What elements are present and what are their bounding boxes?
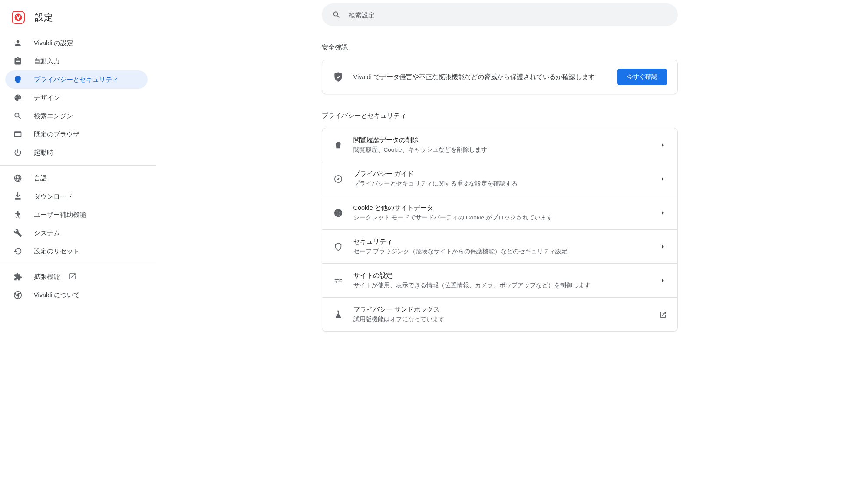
download-icon — [13, 192, 23, 201]
flask-icon — [333, 309, 344, 320]
privacy-card: 閲覧履歴データの削除 閲覧履歴、Cookie、キャッシュなどを削除します プライ… — [322, 128, 678, 332]
sidebar-item-label: 起動時 — [34, 149, 53, 157]
sidebar-item-design[interactable]: デザイン — [0, 89, 148, 107]
sidebar-item-about-vivaldi[interactable]: Vivaldi について — [0, 286, 148, 304]
open-in-new-icon — [69, 272, 76, 282]
search-icon — [13, 111, 23, 121]
row-title: セキュリティ — [353, 238, 650, 246]
sidebar-group-main: Vivaldi の設定 自動入力 プライバシーとセキュリティ デザイン 検索エン — [0, 34, 156, 166]
sidebar-header: 設定 — [0, 6, 156, 34]
chevron-right-icon — [659, 175, 667, 183]
svg-point-1 — [15, 14, 22, 21]
sidebar-item-download[interactable]: ダウンロード — [0, 187, 148, 206]
safety-section-header: 安全確認 — [322, 43, 678, 52]
shield-outline-icon — [333, 241, 344, 252]
safety-section: 安全確認 Vivaldi でデータ侵害や不正な拡張機能などの脅威から保護されてい… — [322, 43, 678, 94]
extension-icon — [13, 272, 23, 282]
sidebar-item-vivaldi-settings[interactable]: Vivaldi の設定 — [0, 34, 148, 52]
row-title: サイトの設定 — [353, 272, 650, 280]
row-title: Cookie と他のサイトデータ — [353, 204, 650, 212]
palette-icon — [13, 93, 23, 103]
sidebar-item-label: Vivaldi の設定 — [34, 39, 73, 47]
power-icon — [13, 148, 23, 157]
main: 安全確認 Vivaldi でデータ侵害や不正な拡張機能などの脅威から保護されてい… — [156, 0, 868, 481]
clipboard-icon — [13, 56, 23, 66]
row-title: プライバシー ガイド — [353, 170, 650, 178]
sidebar-item-search-engine[interactable]: 検索エンジン — [0, 107, 148, 125]
accessibility-icon — [13, 210, 23, 219]
compass-icon — [333, 173, 344, 185]
chrome-icon — [13, 290, 23, 300]
row-subtitle: 試用版機能はオフになっています — [353, 315, 650, 323]
svg-point-2 — [17, 211, 18, 212]
privacy-row-security[interactable]: セキュリティ セーフ ブラウジング（危険なサイトからの保護機能）などのセキュリテ… — [322, 229, 677, 263]
restore-icon — [13, 246, 23, 256]
row-subtitle: シークレット モードでサードパーティの Cookie がブロックされています — [353, 214, 650, 222]
privacy-row-sandbox[interactable]: プライバシー サンドボックス 試用版機能はオフになっています — [322, 297, 677, 331]
sidebar-item-language[interactable]: 言語 — [0, 169, 148, 187]
row-title: 閲覧履歴データの削除 — [353, 136, 650, 144]
page-title: 設定 — [35, 11, 53, 23]
privacy-section-header: プライバシーとセキュリティ — [322, 112, 678, 120]
privacy-row-site-settings[interactable]: サイトの設定 サイトが使用、表示できる情報（位置情報、カメラ、ポップアップなど）… — [322, 263, 677, 297]
privacy-section: プライバシーとセキュリティ 閲覧履歴データの削除 閲覧履歴、Cookie、キャッ… — [322, 112, 678, 332]
row-title: プライバシー サンドボックス — [353, 305, 650, 314]
row-subtitle: 閲覧履歴、Cookie、キャッシュなどを削除します — [353, 146, 650, 154]
search-icon — [332, 10, 341, 19]
safety-description: Vivaldi でデータ侵害や不正な拡張機能などの脅威から保護されているか確認し… — [353, 73, 608, 81]
cookie-icon — [333, 207, 344, 219]
shield-icon — [13, 75, 23, 84]
sidebar-item-default-browser[interactable]: 既定のブラウザ — [0, 125, 148, 143]
sidebar-item-startup[interactable]: 起動時 — [0, 143, 148, 162]
vivaldi-logo-icon — [11, 10, 25, 24]
search-input[interactable] — [349, 11, 667, 19]
sidebar-item-label: Vivaldi について — [34, 291, 80, 299]
sidebar-item-label: プライバシーとセキュリティ — [34, 76, 119, 84]
browser-window-icon — [13, 129, 23, 139]
search-box[interactable] — [322, 3, 678, 26]
sidebar: 設定 Vivaldi の設定 自動入力 プライバシーとセキュリティ デザイン — [0, 0, 156, 481]
sidebar-item-privacy[interactable]: プライバシーとセキュリティ — [5, 70, 148, 89]
sidebar-item-label: 既定のブラウザ — [34, 130, 79, 139]
sidebar-item-label: システム — [34, 229, 60, 237]
sidebar-item-label: デザイン — [34, 94, 60, 102]
globe-icon — [13, 173, 23, 183]
open-in-new-icon — [659, 311, 667, 318]
sidebar-item-label: 言語 — [34, 174, 47, 182]
chevron-right-icon — [659, 243, 667, 251]
sidebar-item-accessibility[interactable]: ユーザー補助機能 — [0, 206, 148, 224]
chevron-right-icon — [659, 209, 667, 217]
sidebar-item-label: ユーザー補助機能 — [34, 211, 86, 219]
row-subtitle: サイトが使用、表示できる情報（位置情報、カメラ、ポップアップなど）を制御します — [353, 282, 650, 289]
shield-check-icon — [333, 71, 344, 83]
sidebar-item-system[interactable]: システム — [0, 224, 148, 242]
sidebar-item-label: 設定のリセット — [34, 247, 79, 255]
tune-icon — [333, 275, 344, 286]
row-subtitle: プライバシーとセキュリティに関する重要な設定を確認する — [353, 180, 650, 188]
sidebar-group-advanced: 言語 ダウンロード ユーザー補助機能 システム 設定のリセット — [0, 169, 156, 264]
sidebar-group-footer: 拡張機能 Vivaldi について — [0, 268, 156, 308]
check-now-button[interactable]: 今すぐ確認 — [617, 69, 667, 85]
sidebar-item-label: ダウンロード — [34, 192, 73, 201]
sidebar-item-label: 自動入力 — [34, 57, 60, 66]
safety-row: Vivaldi でデータ侵害や不正な拡張機能などの脅威から保護されているか確認し… — [322, 60, 677, 94]
privacy-row-privacy-guide[interactable]: プライバシー ガイド プライバシーとセキュリティに関する重要な設定を確認する — [322, 162, 677, 196]
chevron-right-icon — [659, 141, 667, 149]
safety-card: Vivaldi でデータ侵害や不正な拡張機能などの脅威から保護されているか確認し… — [322, 60, 678, 94]
chevron-right-icon — [659, 277, 667, 285]
privacy-row-clear-data[interactable]: 閲覧履歴データの削除 閲覧履歴、Cookie、キャッシュなどを削除します — [322, 128, 677, 162]
sidebar-item-label: 拡張機能 — [34, 273, 60, 281]
row-subtitle: セーフ ブラウジング（危険なサイトからの保護機能）などのセキュリティ設定 — [353, 248, 650, 255]
sidebar-item-reset[interactable]: 設定のリセット — [0, 242, 148, 260]
sidebar-item-autofill[interactable]: 自動入力 — [0, 52, 148, 70]
sidebar-item-label: 検索エンジン — [34, 112, 73, 120]
privacy-row-cookies[interactable]: Cookie と他のサイトデータ シークレット モードでサードパーティの Coo… — [322, 196, 677, 229]
person-icon — [13, 38, 23, 48]
wrench-icon — [13, 228, 23, 238]
trash-icon — [333, 139, 344, 151]
sidebar-item-extensions[interactable]: 拡張機能 — [0, 268, 148, 286]
